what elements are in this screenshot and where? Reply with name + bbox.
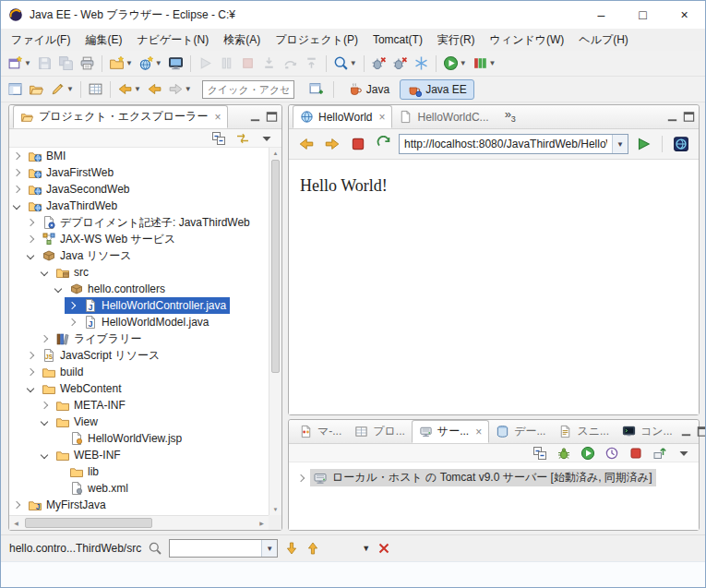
suspend-button[interactable] <box>217 54 236 73</box>
minimize-view-icon[interactable] <box>665 110 679 124</box>
step-over-button[interactable] <box>281 54 300 73</box>
tree-item-content[interactable]: src <box>37 264 92 281</box>
new-java-project-button[interactable] <box>6 79 25 99</box>
run-button[interactable]: ▼ <box>441 54 469 73</box>
tree-item-content[interactable]: lib <box>51 463 102 480</box>
menu-project[interactable]: プロジェクト(P) <box>268 30 365 51</box>
menu-tomcat[interactable]: Tomcat(T) <box>365 30 430 49</box>
tree-item-content[interactable]: JHelloWorldController.java <box>65 297 230 314</box>
new-servlet-wizard-button[interactable]: ▼ <box>137 54 164 73</box>
debug-server-button[interactable] <box>555 444 573 462</box>
remove-all-terminated-button[interactable] <box>390 54 410 73</box>
tree-item-content[interactable]: BMI <box>9 148 69 164</box>
expand-chevron-icon[interactable] <box>9 148 24 164</box>
expand-chevron-icon[interactable] <box>9 181 24 198</box>
tree-vertical-scrollbar[interactable]: ▲ ▼ <box>269 148 281 515</box>
debug-configurations-button[interactable] <box>412 54 431 73</box>
close-button[interactable]: × <box>664 1 705 29</box>
editor-overflow-indicator[interactable]: »3 <box>505 107 516 127</box>
tree-item[interactable]: JSJavaScript リソース <box>9 347 269 364</box>
tree-item[interactable]: lib <box>9 463 269 480</box>
expand-chevron-icon[interactable] <box>37 414 52 430</box>
step-return-button[interactable] <box>302 54 321 73</box>
open-external-browser-button[interactable] <box>671 134 691 154</box>
tree-item[interactable]: JavaThirdWeb <box>9 198 269 214</box>
view-tab-console[interactable]: コン... <box>616 420 679 443</box>
tree-item[interactable]: WebContent <box>9 380 269 397</box>
expand-chevron-icon[interactable] <box>293 470 308 486</box>
annotation-button[interactable]: ▼ <box>48 79 76 99</box>
url-input[interactable] <box>400 138 612 150</box>
find-previous-icon[interactable] <box>305 541 320 556</box>
close-search-icon[interactable] <box>377 541 391 556</box>
tree-item-content[interactable]: META-INF <box>37 397 129 414</box>
tree-item-content[interactable]: HelloWorldView.jsp <box>51 430 185 447</box>
open-resource-button[interactable] <box>27 79 46 99</box>
remove-terminated-launches-button[interactable] <box>369 54 389 73</box>
tree-item-content[interactable]: web.xml <box>51 480 132 497</box>
tree-item[interactable]: JHelloWorldModel.java <box>9 314 269 330</box>
back-button[interactable] <box>145 79 164 99</box>
tree-item-content[interactable]: JAX-WS Web サービス <box>23 231 179 247</box>
scrollbar-thumb[interactable] <box>271 160 280 373</box>
editor-tab-helloworld[interactable]: HelloWorld× <box>293 105 392 128</box>
tree-item[interactable]: WEB-INF <box>9 447 269 463</box>
close-view-icon[interactable]: × <box>214 111 221 124</box>
expand-chevron-icon[interactable] <box>65 314 79 330</box>
tree-item-content[interactable]: WebContent <box>23 380 126 397</box>
menu-edit[interactable]: 編集(E) <box>78 30 129 51</box>
coverage-button[interactable]: ▼ <box>471 54 498 73</box>
tree-item-content[interactable]: Java リソース <box>23 247 136 264</box>
tree-item[interactable]: View <box>9 414 269 430</box>
tree-item-content[interactable]: JavaSecondWeb <box>9 181 134 198</box>
menu-search[interactable]: 検索(A) <box>216 30 268 51</box>
tree-item-content[interactable]: JHelloWorldModel.java <box>65 314 213 330</box>
tree-item[interactable]: Java リソース <box>9 247 269 264</box>
maximize-view-icon[interactable] <box>265 110 279 124</box>
tree-item-content[interactable]: JMyFirstJava <box>9 497 110 513</box>
expand-chevron-icon[interactable] <box>37 447 52 463</box>
expand-chevron-icon[interactable] <box>23 364 38 380</box>
tree-item[interactable]: hello.controllers <box>9 281 269 297</box>
link-with-editor-button[interactable] <box>233 129 252 148</box>
tree-item-content[interactable]: hello.controllers <box>51 281 169 297</box>
tab-project-explorer[interactable]: プロジェクト・エクスプローラー × <box>13 105 228 128</box>
horizontal-scrollbar-thumb[interactable] <box>25 518 152 528</box>
open-perspective-button[interactable] <box>306 79 326 99</box>
expand-chevron-icon[interactable] <box>23 347 38 364</box>
collapse-all-button[interactable] <box>209 129 228 148</box>
scroll-down-icon[interactable]: ▼ <box>269 504 281 515</box>
profile-server-button[interactable] <box>603 444 621 462</box>
minimize-button[interactable]: – <box>580 1 622 29</box>
expand-chevron-icon[interactable] <box>23 214 38 231</box>
search-button[interactable]: ▼ <box>331 54 359 73</box>
expand-chevron-icon[interactable] <box>9 164 24 181</box>
view-menu-button[interactable] <box>675 444 693 462</box>
expand-chevron-icon[interactable] <box>37 397 52 414</box>
terminate-button[interactable] <box>238 54 257 73</box>
status-search-dropdown-icon[interactable]: ▼ <box>261 540 277 557</box>
view-tab-servers[interactable]: サー...× <box>412 420 489 443</box>
status-menu-icon[interactable]: ▼ <box>362 544 370 553</box>
tree-item-content[interactable]: View <box>37 414 102 430</box>
new-button[interactable]: ▼ <box>6 54 33 73</box>
forward-button[interactable] <box>322 134 342 154</box>
menu-help[interactable]: ヘルプ(H) <box>571 30 636 51</box>
tree-item[interactable]: ライブラリー <box>9 330 269 347</box>
editor-tab-helloworld-controller[interactable]: HelloWorldC... <box>392 105 495 128</box>
tree-item[interactable]: META-INF <box>9 397 269 414</box>
tree-item[interactable]: JMyFirstJava <box>9 497 269 513</box>
expand-chevron-icon[interactable] <box>23 247 38 264</box>
expand-chevron-icon[interactable] <box>51 281 66 297</box>
server-row[interactable]: ローカル・ホスト の Tomcat v9.0 サーバー [始動済み, 同期済み] <box>289 469 699 486</box>
maximize-view-icon[interactable] <box>682 110 696 124</box>
step-into-button[interactable] <box>259 54 279 73</box>
expand-chevron-icon[interactable] <box>9 497 24 513</box>
tree-item[interactable]: デプロイメント記述子: JavaThirdWeb <box>9 214 269 231</box>
perspective-java-button[interactable]: Java <box>341 79 397 100</box>
scroll-right-icon[interactable]: ▶ <box>255 516 269 530</box>
pin-editor-button[interactable] <box>86 79 105 99</box>
expand-chevron-icon[interactable] <box>23 380 38 397</box>
view-menu-button[interactable] <box>257 129 276 148</box>
find-next-icon[interactable] <box>284 541 299 556</box>
